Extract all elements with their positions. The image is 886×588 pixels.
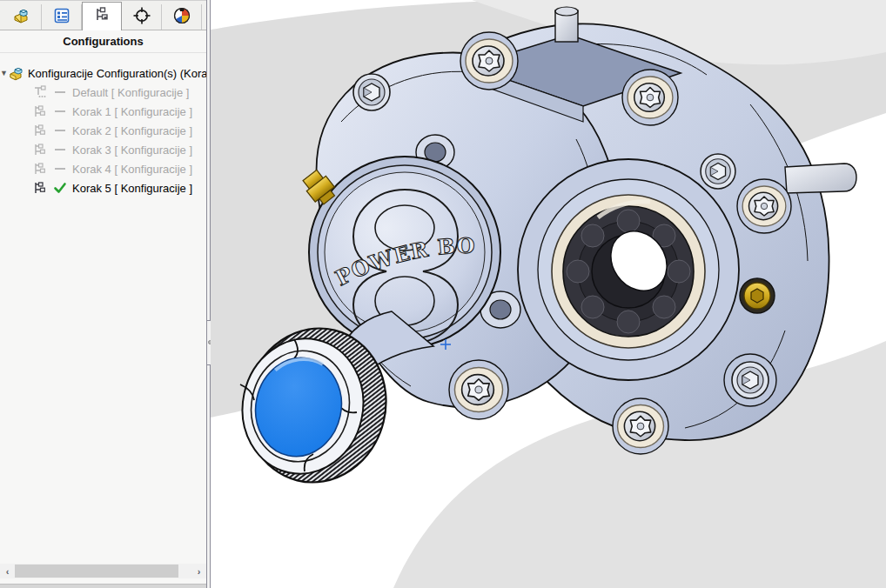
graphics-viewport[interactable]: POWER BOX: [211, 0, 886, 588]
torx-bolt: [618, 405, 664, 448]
active-check-icon: [51, 181, 69, 195]
config-item-label: Korak 5 [ Konfiguracije ]: [72, 182, 192, 195]
configuration-tree: ▼ Konfiguracije Configuration(s) (Kora: [0, 53, 206, 564]
configuration-flag-icon: [31, 104, 49, 119]
torx-bolt: [466, 39, 513, 83]
inactive-state-icon: [51, 143, 69, 157]
tree-root-configurations[interactable]: ▼ Konfiguracije Configuration(s) (Kora: [0, 63, 206, 83]
tab-configurationmanager[interactable]: [82, 2, 122, 30]
hex-socket-plug: [732, 362, 769, 398]
scrollbar-track[interactable]: [15, 564, 191, 578]
inactive-state-icon: [51, 124, 69, 137]
tree-root-label: Konfiguracije Configuration(s) (Kora: [28, 67, 206, 80]
torx-bolt: [454, 368, 502, 412]
inactive-state-icon: [51, 162, 69, 176]
configuration-flag-icon: [31, 123, 49, 138]
manager-tabstrip: [0, 1, 206, 30]
config-item-korak-5[interactable]: Korak 5 [ Konfiguracije ]: [0, 178, 206, 197]
tab-displaymanager[interactable]: [162, 4, 202, 30]
config-item-korak-4[interactable]: Korak 4 [ Konfiguracije ]: [0, 159, 206, 178]
config-item-korak-2[interactable]: Korak 2 [ Konfiguracije ]: [0, 121, 206, 140]
hex-socket-plug: [353, 74, 390, 110]
inactive-state-icon: [51, 104, 69, 118]
scrollbar-thumb[interactable]: [15, 565, 178, 578]
configuration-flag-icon: [31, 161, 49, 177]
ball-bearing: [552, 195, 705, 348]
configuration-flag-icon: [31, 142, 49, 157]
gold-hex-plug: [740, 278, 775, 313]
config-item-label: Korak 3 [ Konfiguracije ]: [72, 144, 192, 157]
featuremanager-icon: [12, 7, 31, 28]
config-item-label: Korak 4 [ Konfiguracije ]: [72, 163, 192, 176]
scroll-left-button[interactable]: ‹: [0, 564, 15, 578]
config-item-korak-1[interactable]: Korak 1 [ Konfiguracije ]: [0, 102, 206, 121]
solidworks-window: Configurations ▼ Konfiguracije Configura…: [0, 0, 886, 588]
tab-featuremanager[interactable]: [2, 4, 42, 30]
config-item-default[interactable]: Default [ Konfiguracije ]: [0, 83, 206, 102]
right-stud: [785, 164, 856, 193]
configurations-folder-icon: [8, 65, 25, 81]
panel-title: Configurations: [0, 30, 206, 53]
torx-bolt: [742, 186, 786, 226]
window-bottom-edge: [0, 584, 206, 588]
dimxpertmanager-icon: [132, 6, 151, 29]
config-item-label: Korak 1 [ Konfiguracije ]: [72, 105, 192, 118]
propertymanager-icon: [53, 7, 70, 28]
configurationmanager-icon: [93, 6, 111, 27]
configuration-manager-panel: Configurations ▼ Konfiguracije Configura…: [0, 0, 206, 588]
config-item-korak-3[interactable]: Korak 3 [ Konfiguracije ]: [0, 140, 206, 159]
tab-propertymanager[interactable]: [42, 4, 82, 30]
config-item-label: Korak 2 [ Konfiguracije ]: [72, 124, 192, 137]
inactive-state-icon: [51, 85, 69, 99]
config-item-label: Default [ Konfiguracije ]: [72, 86, 189, 99]
expand-caret-icon[interactable]: ▼: [0, 69, 8, 77]
panel-horizontal-scrollbar[interactable]: ‹ ›: [0, 564, 206, 578]
displaymanager-icon: [172, 6, 191, 29]
cad-model-gearbox: POWER BOX: [211, 0, 886, 588]
hex-socket-plug: [701, 154, 735, 189]
default-config-icon: [31, 84, 49, 100]
tab-dimxpertmanager[interactable]: [122, 4, 162, 30]
top-stud: [555, 7, 578, 42]
configuration-flag-icon-active: [31, 180, 49, 196]
torx-bolt: [628, 77, 673, 118]
scroll-right-button[interactable]: ›: [191, 564, 206, 578]
